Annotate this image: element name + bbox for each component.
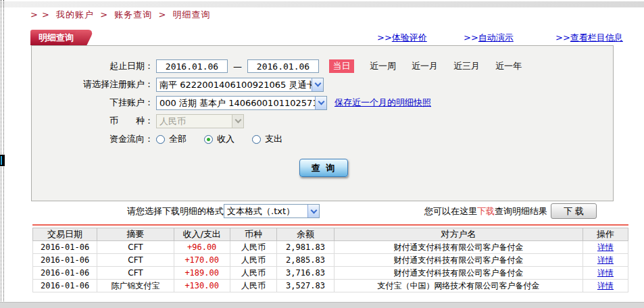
link-arrow-prefix: >> — [555, 32, 570, 43]
quick-range-week[interactable]: 近一周 — [370, 60, 396, 72]
download-hint-suffix: 查询明细结果 — [495, 205, 547, 217]
flow-direction-row: 资金流向： 全部 收入 支出 — [32, 132, 613, 147]
tab-detail-query[interactable]: 明细查询 — [30, 30, 83, 45]
cell-amount: +130.00 — [174, 280, 230, 292]
bottom-gradient-band — [0, 302, 644, 308]
download-result-area: 您可以在这里下载查询明细结果 下载 — [424, 203, 597, 219]
download-format-area: 请您选择下载明细的格式 文本格式（.txt） — [127, 204, 320, 218]
cell-date: 2016-01-06 — [33, 241, 97, 254]
table-header-row: 交易日期 摘要 收入/支出 币种 余额 对方户名 操作 — [33, 228, 628, 241]
date-from-input[interactable]: 2016.01.06 — [156, 59, 228, 73]
detail-link[interactable]: 详情 — [597, 255, 614, 265]
header-balance: 余额 — [277, 228, 335, 241]
radio-icon[interactable] — [252, 135, 261, 144]
download-format-select[interactable]: 文本格式（.txt） — [224, 204, 320, 218]
date-range-label: 起止日期： — [32, 60, 153, 72]
header-amount: 收入/支出 — [174, 228, 230, 241]
transaction-table: 交易日期 摘要 收入/支出 币种 余额 对方户名 操作 2016-01-06 C… — [32, 228, 628, 292]
cell-amount: +170.00 — [174, 254, 230, 267]
flow-option-income[interactable]: 收入 — [204, 133, 234, 145]
cell-balance: 2,885.83 — [277, 254, 335, 267]
currency-label: 币 种： — [32, 115, 153, 127]
header-counterparty: 对方户名 — [334, 228, 583, 241]
register-account-value: 南平 6222001406100921065 灵通卡 — [157, 78, 312, 91]
sub-account-label: 下挂账户： — [32, 97, 153, 109]
sub-account-select[interactable]: 000 活期 基本户 1406600101102571848 — [156, 96, 327, 110]
cell-amount: +96.00 — [174, 241, 230, 254]
quick-range-month[interactable]: 近一月 — [412, 60, 438, 72]
currency-select: 人民币 — [156, 114, 244, 128]
detail-link[interactable]: 详情 — [597, 281, 614, 290]
detail-link[interactable]: 详情 — [597, 268, 614, 278]
cell-currency: 人民币 — [230, 241, 277, 254]
left-dotted-line — [1, 0, 1, 308]
cell-balance: 3,716.83 — [277, 267, 335, 280]
register-account-select[interactable]: 南平 6222001406100921065 灵通卡 — [156, 78, 324, 92]
link-view-column-info[interactable]: >>查看栏目信息 — [555, 32, 623, 44]
cell-counterparty: 财付通支付科技有限公司客户备付金 — [334, 241, 583, 254]
currency-row: 币 种： 人民币 — [32, 113, 613, 128]
cell-counterparty: 支付宝（中国）网络技术有限公司客户备付金 — [334, 280, 583, 292]
header-action: 操作 — [583, 228, 628, 241]
snapshot-link[interactable]: 保存近一个月的明细快照 — [335, 97, 431, 109]
header-date: 交易日期 — [33, 228, 97, 241]
header-currency: 币种 — [230, 228, 277, 241]
quick-range-today[interactable]: 当日 — [329, 59, 354, 73]
date-separator: — — [233, 61, 242, 72]
cell-currency: 人民币 — [230, 280, 277, 292]
cell-balance: 3,527.83 — [277, 280, 335, 292]
breadcrumb-item-account-query[interactable]: 账务查询 — [114, 9, 152, 20]
cell-balance: 2,981.83 — [277, 241, 335, 254]
flow-option-all[interactable]: 全部 — [156, 133, 187, 145]
download-inline-link[interactable]: 下载 — [477, 205, 495, 217]
cell-date: 2016-01-06 — [33, 267, 97, 280]
flow-option-label: 全部 — [169, 133, 187, 145]
link-arrow-prefix: >> — [377, 32, 392, 43]
cell-currency: 人民币 — [230, 267, 277, 280]
link-experience-rating[interactable]: >>体验评价 — [377, 32, 427, 44]
sub-account-value: 000 活期 基本户 1406600101102571848 — [157, 97, 315, 109]
top-gradient-band — [0, 1, 644, 7]
flow-option-label: 支出 — [265, 133, 282, 145]
chevron-down-icon[interactable] — [312, 78, 323, 91]
flow-direction-options: 全部 收入 支出 — [156, 133, 282, 145]
detail-link[interactable]: 详情 — [597, 242, 614, 252]
download-hint-prefix: 您可以在这里 — [424, 205, 477, 217]
table-row: 2016-01-06 CFT +170.00 人民币 2,885.83 财付通支… — [33, 254, 628, 267]
date-to-input[interactable]: 2016.01.06 — [247, 59, 319, 73]
breadcrumb-item-detail-query[interactable]: 明细查询 — [172, 9, 210, 20]
link-arrow-prefix: >> — [464, 32, 478, 43]
cell-currency: 人民币 — [230, 254, 277, 267]
sub-account-row: 下挂账户： 000 活期 基本户 1406600101102571848 保存近… — [32, 95, 613, 110]
quick-range-year[interactable]: 近一年 — [495, 60, 522, 72]
query-form: 起止日期： 2016.01.06 — 2016.01.06 当日 近一周 近一月… — [31, 45, 614, 201]
register-account-row: 请选择注册账户： 南平 6222001406100921065 灵通卡 — [32, 77, 613, 92]
table-row: 2016-01-06 CFT +189.00 人民币 3,716.83 财付通支… — [33, 267, 628, 280]
query-button[interactable]: 查 询 — [299, 159, 348, 177]
breadcrumb: > > 我的账户 > 账务查询 > 明细查询 — [30, 9, 213, 21]
tab-title: 明细查询 — [39, 32, 74, 43]
radio-icon[interactable] — [204, 135, 213, 144]
left-dotted-line-2 — [3, 0, 4, 308]
flow-option-expense[interactable]: 支出 — [252, 133, 282, 145]
download-button[interactable]: 下载 — [551, 203, 597, 219]
left-edge-marker — [0, 155, 5, 166]
cell-summary: CFT — [97, 254, 174, 267]
radio-icon[interactable] — [156, 135, 165, 144]
chevron-down-icon[interactable] — [315, 97, 326, 109]
breadcrumb-prefix: > > — [30, 9, 50, 20]
breadcrumb-item-my-account[interactable]: 我的账户 — [56, 9, 94, 20]
cell-summary: 陈广锦支付宝 — [97, 280, 174, 292]
register-account-label: 请选择注册账户： — [32, 78, 153, 91]
table-row: 2016-01-06 陈广锦支付宝 +130.00 人民币 3,527.83 支… — [33, 280, 628, 292]
cell-counterparty: 财付通支付科技有限公司客户备付金 — [334, 254, 583, 267]
download-format-value: 文本格式（.txt） — [224, 205, 307, 217]
cell-counterparty: 财付通支付科技有限公司客户备付金 — [334, 267, 583, 280]
header-summary: 摘要 — [97, 228, 174, 241]
flow-option-label: 收入 — [217, 133, 234, 145]
quick-range-quarter[interactable]: 近三月 — [453, 60, 480, 72]
cell-summary: CFT — [97, 241, 174, 254]
chevron-down-icon — [232, 115, 243, 128]
link-auto-demo[interactable]: >>自动演示 — [464, 32, 514, 44]
chevron-down-icon[interactable] — [307, 205, 319, 217]
